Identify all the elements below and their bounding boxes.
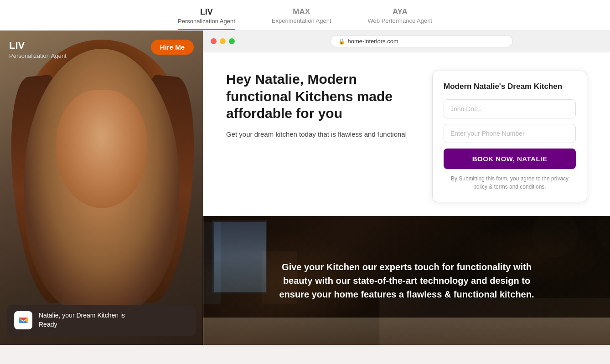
browser-chrome: 🔒 home-interiors.com (203, 31, 610, 52)
hero-headline: Hey Natalie, Modern functional Kitchens … (226, 71, 414, 122)
browser-url-bar[interactable]: 🔒 home-interiors.com (331, 35, 513, 47)
form-disclaimer: By Submitting this form, you agree to th… (444, 174, 576, 191)
nav-item-aya[interactable]: AYA Web Performance Agent (368, 7, 432, 30)
close-window-dot[interactable] (211, 38, 217, 44)
name-input[interactable] (444, 99, 576, 118)
hero-section: Hey Natalie, Modern functional Kitchens … (203, 52, 610, 216)
notification-line2: Ready (39, 321, 57, 328)
browser-window-controls (211, 38, 235, 44)
nav-max-main: MAX (293, 7, 310, 16)
minimize-window-dot[interactable] (220, 38, 226, 44)
book-now-button[interactable]: BOOK NOW, NATALIE (444, 149, 576, 169)
avatar-skin (56, 90, 147, 208)
lead-form-card: Modern Natalie's Dream Kitchen BOOK NOW,… (432, 71, 587, 202)
nav-aya-sub: Web Performance Agent (368, 17, 432, 24)
nav-item-liv[interactable]: LIV Personalization Agent (178, 7, 235, 30)
notification-bar: Natalie, your Dream Kitchen is Ready (7, 305, 196, 336)
agent-title-label: Personalization Agent (9, 52, 67, 59)
lock-icon: 🔒 (338, 38, 345, 45)
hero-text-block: Hey Natalie, Modern functional Kitchens … (226, 71, 414, 139)
svg-rect-6 (379, 298, 610, 345)
nav-aya-main: AYA (393, 7, 408, 16)
url-text: home-interiors.com (348, 38, 398, 45)
browser-panel: 🔒 home-interiors.com Hey Natalie, Modern… (203, 31, 610, 345)
agent-avatar-panel: LIV Personalization Agent Hire Me Natali… (0, 31, 203, 345)
gmail-icon (14, 311, 32, 329)
bottom-banner: Give your Kitchen our experts touch for … (203, 216, 610, 345)
nav-max-sub: Experimentation Agent (272, 17, 331, 24)
notification-message: Natalie, your Dream Kitchen is Ready (39, 311, 125, 329)
hero-subtext: Get your dream kitchen today that is fla… (226, 129, 414, 140)
phone-input[interactable] (444, 124, 576, 143)
top-navigation: LIV Personalization Agent MAX Experiment… (0, 0, 610, 31)
notification-line1: Natalie, your Dream Kitchen is (39, 312, 125, 319)
agent-label: LIV Personalization Agent (9, 40, 67, 59)
banner-text: Give your Kitchen our experts touch for … (270, 260, 543, 301)
hire-me-button[interactable]: Hire Me (151, 40, 194, 55)
browser-content: Hey Natalie, Modern functional Kitchens … (203, 52, 610, 345)
nav-liv-sub: Personalization Agent (178, 18, 235, 25)
main-area: LIV Personalization Agent Hire Me Natali… (0, 31, 610, 345)
maximize-window-dot[interactable] (229, 38, 235, 44)
nav-item-max[interactable]: MAX Experimentation Agent (272, 7, 331, 30)
nav-liv-main: LIV (200, 7, 213, 17)
agent-name-label: LIV (9, 40, 67, 51)
form-card-title: Modern Natalie's Dream Kitchen (444, 82, 576, 91)
